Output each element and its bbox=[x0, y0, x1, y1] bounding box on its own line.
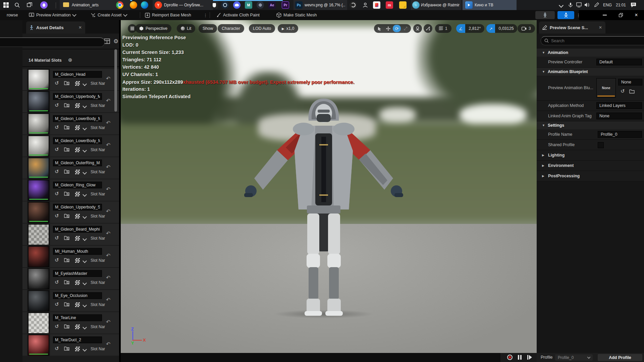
material-picker-icon[interactable] bbox=[75, 347, 80, 351]
profile-dropdown[interactable]: Profile_0 bbox=[555, 354, 593, 361]
material-slot-name-input[interactable] bbox=[53, 137, 102, 144]
material-picker-icon[interactable] bbox=[75, 147, 80, 152]
chevron-down-icon[interactable] bbox=[83, 148, 87, 153]
browse-to-asset-icon[interactable] bbox=[64, 103, 69, 107]
reset-to-default-icon[interactable]: ↶ bbox=[106, 208, 110, 215]
skeleton-mode-button[interactable] bbox=[535, 11, 555, 19]
premiere-icon[interactable]: Pr bbox=[282, 1, 289, 9]
clock[interactable]: 21:01 bbox=[616, 3, 626, 7]
chevron-down-icon[interactable] bbox=[83, 281, 87, 285]
task-view-icon[interactable] bbox=[26, 1, 33, 9]
use-selected-asset-icon[interactable]: ↺ bbox=[55, 80, 59, 86]
chevron-down-icon[interactable] bbox=[83, 237, 87, 241]
m-app-icon[interactable]: M bbox=[245, 1, 252, 9]
snap-toggle[interactable] bbox=[424, 24, 432, 33]
material-picker-icon[interactable] bbox=[75, 280, 80, 285]
use-selected-asset-icon[interactable]: ↺ bbox=[55, 102, 59, 108]
row-lighting[interactable]: ▶ Lighting bbox=[537, 150, 644, 161]
use-selected-asset-icon[interactable]: ↺ bbox=[55, 301, 59, 307]
lod-dropdown[interactable]: LOD Auto bbox=[249, 24, 275, 33]
material-thumbnail[interactable] bbox=[28, 114, 49, 134]
taskbar-window-photoshop[interactable]: Ps wevrv.png @ 16,7% (... bbox=[293, 0, 347, 10]
material-slot-name-input[interactable] bbox=[53, 182, 102, 188]
sticky-notes-icon[interactable] bbox=[399, 1, 407, 9]
epic-games-icon[interactable] bbox=[211, 1, 218, 9]
row-postprocessing[interactable]: ▶ PostProcessing bbox=[537, 171, 644, 181]
chevron-down-icon[interactable] bbox=[83, 170, 87, 175]
application-method-dropdown[interactable]: Linked Layers bbox=[596, 102, 642, 109]
start-button-icon[interactable] bbox=[2, 1, 10, 9]
reset-to-default-icon[interactable]: ↶ bbox=[106, 98, 110, 104]
browse-to-asset-icon[interactable] bbox=[64, 280, 69, 284]
linked-anim-graph-tag-field[interactable]: None bbox=[596, 113, 642, 119]
profile-name-input[interactable]: Profile_0 bbox=[598, 131, 642, 138]
add-profile-button[interactable]: Add Profile bbox=[598, 354, 642, 361]
display-icon[interactable] bbox=[576, 2, 582, 8]
material-thumbnail[interactable] bbox=[28, 69, 49, 90]
pen-icon[interactable] bbox=[594, 2, 600, 8]
taskbar-window-movies[interactable]: Кино и ТВ bbox=[463, 0, 517, 10]
section-animation[interactable]: ▼ Animation bbox=[537, 49, 644, 57]
rotate-tool-icon[interactable]: ⟳ bbox=[393, 25, 401, 32]
perspective-dropdown[interactable]: Perspective bbox=[135, 24, 171, 33]
world-local-toggle[interactable] bbox=[413, 24, 422, 33]
chevron-down-icon[interactable] bbox=[83, 303, 87, 307]
material-thumbnail[interactable] bbox=[28, 158, 49, 179]
loop-app-icon[interactable] bbox=[40, 1, 48, 9]
asset-search-input[interactable] bbox=[0, 38, 105, 47]
close-icon[interactable]: ✕ bbox=[78, 25, 82, 30]
search-icon[interactable] bbox=[13, 1, 21, 9]
browse-to-asset-icon[interactable] bbox=[64, 125, 69, 129]
material-thumbnail[interactable] bbox=[28, 224, 49, 245]
material-picker-icon[interactable] bbox=[75, 258, 80, 263]
reset-to-default-icon[interactable]: ↶ bbox=[106, 186, 110, 192]
activate-cloth-paint-button[interactable]: Activate Cloth Paint bbox=[216, 11, 260, 19]
playback-speed-button[interactable]: ▶ x1,0 bbox=[278, 24, 298, 33]
use-selected-asset-icon[interactable]: ↺ bbox=[55, 279, 59, 285]
row-environment[interactable]: ▶ Environment bbox=[537, 161, 644, 171]
browse-to-asset-icon[interactable] bbox=[64, 236, 69, 240]
microphone-icon[interactable] bbox=[568, 2, 574, 8]
use-selected-asset-icon[interactable]: ↺ bbox=[55, 235, 59, 241]
scale-tool-icon[interactable]: ⤢ bbox=[401, 25, 410, 32]
preview-controller-dropdown[interactable]: Default bbox=[596, 59, 642, 65]
tray-chevron-icon[interactable] bbox=[558, 2, 564, 8]
material-slot-name-input[interactable] bbox=[53, 204, 102, 210]
browse-to-asset-icon[interactable] bbox=[64, 258, 69, 262]
reimport-base-mesh-button[interactable]: Reimport Base Mesh bbox=[145, 11, 191, 19]
taskbar-window-yandex[interactable]: Y Dprofile — Опублик... bbox=[153, 0, 213, 10]
rotation-snap-control[interactable]: ∠ 2,812° bbox=[456, 24, 484, 33]
chevron-down-icon[interactable] bbox=[83, 215, 87, 219]
pause-button[interactable] bbox=[518, 355, 522, 360]
miro-m-icon[interactable]: m bbox=[386, 1, 393, 9]
select-tool-icon[interactable] bbox=[375, 25, 383, 32]
volume-icon[interactable] bbox=[584, 2, 590, 8]
chevron-down-icon[interactable] bbox=[83, 192, 87, 197]
browse-button[interactable]: rowse bbox=[7, 11, 18, 19]
chevron-down-icon[interactable] bbox=[83, 325, 87, 329]
chevron-down-icon[interactable] bbox=[83, 259, 87, 263]
move-tool-icon[interactable] bbox=[384, 25, 392, 32]
close-button[interactable]: × bbox=[629, 10, 644, 20]
use-selected-asset-icon[interactable]: ↺ bbox=[55, 257, 59, 263]
material-picker-icon[interactable] bbox=[75, 324, 80, 329]
material-thumbnail[interactable] bbox=[28, 313, 49, 334]
browse-to-asset-icon[interactable] bbox=[629, 89, 635, 94]
material-thumbnail[interactable] bbox=[28, 92, 49, 112]
reset-to-default-icon[interactable]: ↶ bbox=[106, 164, 110, 170]
character-model[interactable] bbox=[235, 94, 413, 318]
material-slot-name-input[interactable] bbox=[53, 292, 102, 299]
material-thumbnail[interactable] bbox=[28, 291, 49, 311]
chevron-down-icon[interactable] bbox=[83, 82, 87, 86]
material-picker-icon[interactable] bbox=[75, 103, 80, 108]
material-slot-name-input[interactable] bbox=[53, 93, 102, 100]
close-icon[interactable]: ✕ bbox=[599, 25, 602, 30]
preview-animation-button[interactable]: Preview Animation bbox=[29, 11, 76, 19]
reimport-options-dots-icon[interactable]: ⋮ bbox=[203, 13, 208, 18]
use-selected-asset-icon[interactable]: ↺ bbox=[55, 124, 59, 130]
section-settings[interactable]: ▼ Settings bbox=[537, 121, 644, 129]
browse-to-asset-icon[interactable] bbox=[64, 302, 69, 306]
material-slot-name-input[interactable] bbox=[53, 226, 102, 233]
grid-snap-control[interactable]: 1 bbox=[435, 24, 451, 33]
material-slot-name-input[interactable] bbox=[53, 115, 102, 122]
